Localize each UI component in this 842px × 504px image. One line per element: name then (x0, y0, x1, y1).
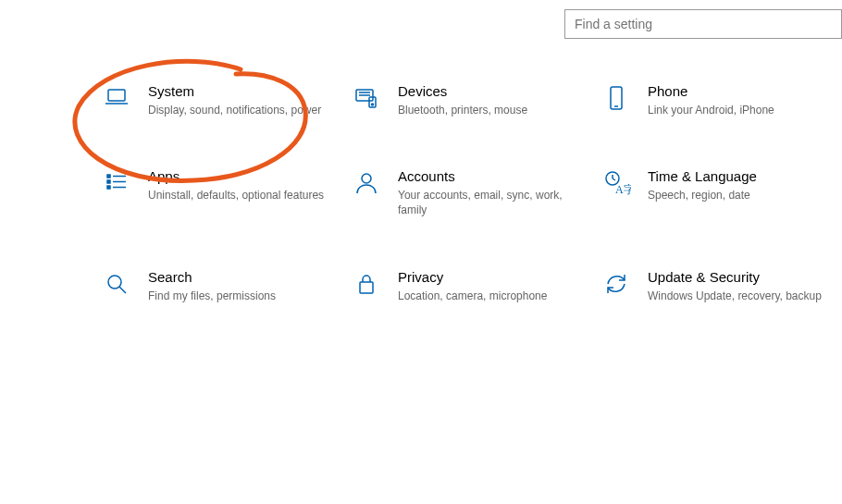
tile-desc: Link your Android, iPhone (648, 103, 835, 117)
devices-icon (352, 83, 398, 113)
apps-icon (102, 168, 148, 198)
tile-desc: Display, sound, notifications, power (148, 103, 335, 117)
search-container (564, 9, 842, 39)
svg-point-20 (108, 276, 121, 289)
svg-line-21 (119, 287, 126, 293)
tile-search[interactable]: Search Find my files, permissions (102, 269, 352, 303)
tile-time-language[interactable]: A字 Time & Language Speech, region, date (601, 168, 842, 217)
tile-desc: Speech, region, date (648, 188, 835, 203)
svg-rect-22 (360, 282, 373, 293)
tile-devices[interactable]: Devices Bluetooth, printers, mouse (352, 83, 601, 117)
tile-accounts[interactable]: Accounts Your accounts, email, sync, wor… (352, 168, 601, 217)
settings-grid: System Display, sound, notifications, po… (102, 83, 842, 303)
svg-rect-9 (107, 175, 110, 178)
tile-desc: Windows Update, recovery, backup (648, 289, 835, 303)
tile-title: Update & Security (648, 269, 835, 285)
person-icon (352, 168, 398, 198)
tile-title: Accounts (398, 168, 585, 184)
laptop-icon (102, 83, 148, 113)
svg-point-6 (372, 104, 374, 105)
tile-desc: Uninstall, defaults, optional features (148, 188, 335, 203)
tile-desc: Location, camera, microphone (398, 289, 585, 303)
tile-title: Phone (648, 83, 835, 99)
lock-icon (352, 269, 398, 299)
sync-icon (601, 269, 648, 299)
tile-desc: Your accounts, email, sync, work, family (398, 188, 585, 217)
tile-desc: Bluetooth, printers, mouse (398, 103, 585, 117)
tile-apps[interactable]: Apps Uninstall, defaults, optional featu… (102, 168, 352, 217)
tile-desc: Find my files, permissions (148, 289, 335, 303)
tile-system[interactable]: System Display, sound, notifications, po… (102, 83, 352, 117)
tile-title: Apps (148, 168, 335, 184)
tile-phone[interactable]: Phone Link your Android, iPhone (601, 83, 842, 117)
time-language-icon: A字 (601, 168, 648, 198)
tile-privacy[interactable]: Privacy Location, camera, microphone (352, 269, 601, 303)
tile-title: Devices (398, 83, 585, 99)
svg-line-18 (613, 178, 615, 180)
svg-point-15 (362, 174, 371, 183)
svg-rect-0 (108, 90, 125, 101)
svg-rect-11 (107, 186, 110, 189)
search-input[interactable] (564, 9, 842, 39)
search-icon (102, 269, 148, 299)
svg-rect-10 (107, 180, 110, 183)
tile-title: Privacy (398, 269, 585, 285)
tile-title: System (148, 83, 335, 99)
phone-icon (601, 83, 648, 113)
tile-title: Time & Language (648, 168, 835, 184)
tile-title: Search (148, 269, 335, 285)
svg-text:A字: A字 (615, 183, 631, 196)
tile-update-security[interactable]: Update & Security Windows Update, recove… (601, 269, 842, 303)
